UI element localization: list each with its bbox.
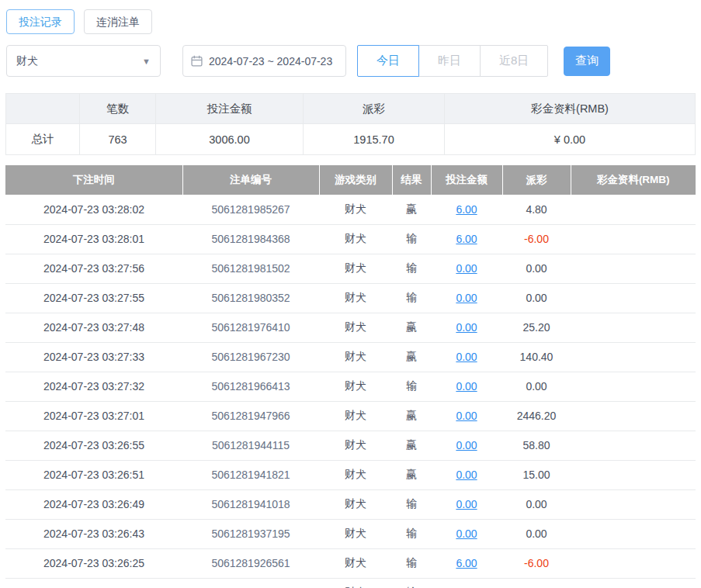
payout-cell: 58.80 (502, 431, 571, 460)
table-row: 2024-07-23 03:28:025061281985267财犬赢6.004… (5, 195, 696, 224)
order-number-cell: 5061281980352 (182, 283, 319, 313)
game-select-value: 财犬 (16, 54, 38, 68)
summary-header-bet-amount: 投注金额 (156, 94, 304, 124)
bet-amount-link[interactable]: 0.00 (431, 283, 502, 313)
bet-amount-link[interactable]: 0.00 (431, 431, 502, 460)
bet-time-cell: 2024-07-23 03:28:02 (5, 195, 182, 224)
bet-time-cell: 2024-07-23 03:27:48 (5, 313, 182, 342)
payout-cell: 2446.20 (502, 401, 571, 431)
search-button[interactable]: 查询 (564, 47, 610, 76)
game-select[interactable]: 财犬 ▼ (6, 45, 161, 77)
bonus-cell (571, 489, 696, 519)
bet-amount-link[interactable]: 0.00 (431, 313, 502, 342)
bet-time-cell: 2024-07-23 03:26:25 (5, 548, 182, 578)
table-row: 2024-07-23 03:28:015061281984368财犬输6.00-… (5, 224, 696, 254)
order-number-cell: 5061281941018 (182, 489, 319, 519)
game-type-cell: 财犬 (319, 313, 392, 342)
result-cell: 输 (392, 578, 431, 588)
payout-cell: -6.00 (502, 548, 571, 578)
bet-amount-link[interactable]: 6.00 (431, 578, 502, 588)
game-type-cell: 财犬 (319, 431, 392, 460)
today-button[interactable]: 今日 (357, 45, 419, 77)
result-cell: 输 (392, 489, 431, 519)
result-cell: 输 (392, 254, 431, 283)
payout-cell: 25.20 (502, 313, 571, 342)
game-type-cell: 财犬 (319, 519, 392, 548)
result-cell: 输 (392, 283, 431, 313)
bet-time-cell: 2024-07-23 03:26:55 (5, 431, 182, 460)
header-game-type: 游戏类别 (319, 165, 392, 195)
calendar-icon (191, 55, 203, 67)
payout-cell: 4.80 (502, 195, 571, 224)
game-type-cell: 财犬 (319, 195, 392, 224)
table-row: 2024-07-23 03:26:495061281941018财犬输0.000… (5, 489, 696, 519)
order-number-cell: 5061281947966 (182, 401, 319, 431)
header-bet-amount: 投注金额 (431, 165, 502, 195)
summary-header-bonus: 彩金资料(RMB) (445, 94, 696, 124)
bet-amount-link[interactable]: 0.00 (431, 519, 502, 548)
order-number-cell: 5061281966413 (182, 372, 319, 401)
order-number-cell: 5061281937195 (182, 519, 319, 548)
game-type-cell: 财犬 (319, 578, 392, 588)
summary-header-payout: 派彩 (304, 94, 445, 124)
game-type-cell: 财犬 (319, 224, 392, 254)
header-result: 结果 (392, 165, 431, 195)
betting-records-page: 投注记录 连消注单 财犬 ▼ 2024-07-23 ~ 2024-07-23 今… (0, 0, 701, 588)
records-header-row: 下注时间 注单编号 游戏类别 结果 投注金额 派彩 彩金资料(RMB) (5, 165, 696, 195)
bonus-cell (571, 283, 696, 313)
bet-amount-link[interactable]: 6.00 (431, 195, 502, 224)
payout-cell: 0.00 (502, 519, 571, 548)
bet-amount-link[interactable]: 0.00 (431, 460, 502, 489)
summary-header-empty (6, 94, 80, 124)
tab-cancelled-orders[interactable]: 连消注单 (84, 9, 152, 34)
table-row: 2024-07-23 03:26:515061281941821财犬赢0.001… (5, 460, 696, 489)
bonus-cell (571, 254, 696, 283)
date-range-value: 2024-07-23 ~ 2024-07-23 (209, 55, 332, 67)
result-cell: 赢 (392, 342, 431, 372)
game-type-cell: 财犬 (319, 372, 392, 401)
order-number-cell: 5061281941821 (182, 460, 319, 489)
payout-cell: 140.40 (502, 342, 571, 372)
game-type-cell: 财犬 (319, 489, 392, 519)
last-8-days-button[interactable]: 近8日 (480, 45, 548, 77)
order-number-cell: 5061281967230 (182, 342, 319, 372)
game-type-cell: 财犬 (319, 401, 392, 431)
result-cell: 赢 (392, 195, 431, 224)
order-number-cell: 5061281926561 (182, 548, 319, 578)
bet-time-cell: 2024-07-23 03:28:01 (5, 224, 182, 254)
bet-amount-link[interactable]: 0.00 (431, 372, 502, 401)
bet-amount-link[interactable]: 0.00 (431, 254, 502, 283)
payout-cell: 0.00 (502, 254, 571, 283)
summary-total-payout: 1915.70 (304, 124, 445, 155)
payout-cell: 15.00 (502, 460, 571, 489)
yesterday-button[interactable]: 昨日 (418, 45, 481, 77)
bet-time-cell: 2024-07-23 03:27:01 (5, 401, 182, 431)
summary-total-label: 总计 (6, 124, 80, 155)
bet-time-cell: 2024-07-23 03:26:43 (5, 519, 182, 548)
table-row: 2024-07-23 03:27:325061281966413财犬输0.000… (5, 372, 696, 401)
order-number-cell: 5061281925717 (182, 578, 319, 588)
bet-amount-link[interactable]: 6.00 (431, 224, 502, 254)
bonus-cell (571, 519, 696, 548)
bet-time-cell: 2024-07-23 03:27:55 (5, 283, 182, 313)
table-row: 2024-07-23 03:26:245061281925717财犬输6.00-… (5, 578, 696, 588)
bet-amount-link[interactable]: 0.00 (431, 342, 502, 372)
tab-betting-records[interactable]: 投注记录 (6, 9, 75, 34)
game-type-cell: 财犬 (319, 460, 392, 489)
bet-amount-link[interactable]: 6.00 (431, 548, 502, 578)
quick-range-group: 今日 昨日 近8日 (357, 45, 548, 77)
table-row: 2024-07-23 03:27:015061281947966财犬赢0.002… (5, 401, 696, 431)
table-row: 2024-07-23 03:26:435061281937195财犬输0.000… (5, 519, 696, 548)
bet-amount-link[interactable]: 0.00 (431, 489, 502, 519)
bonus-cell (571, 578, 696, 588)
bonus-cell (571, 372, 696, 401)
bet-amount-link[interactable]: 0.00 (431, 401, 502, 431)
payout-cell: -6.00 (502, 578, 571, 588)
payout-cell: -6.00 (502, 224, 571, 254)
bonus-cell (571, 195, 696, 224)
result-cell: 输 (392, 548, 431, 578)
bet-time-cell: 2024-07-23 03:27:56 (5, 254, 182, 283)
summary-table: 笔数 投注金额 派彩 彩金资料(RMB) 总计 763 3006.00 1915… (5, 93, 696, 155)
summary-total-bonus: ¥ 0.00 (445, 124, 696, 155)
date-range-picker[interactable]: 2024-07-23 ~ 2024-07-23 (182, 45, 346, 77)
